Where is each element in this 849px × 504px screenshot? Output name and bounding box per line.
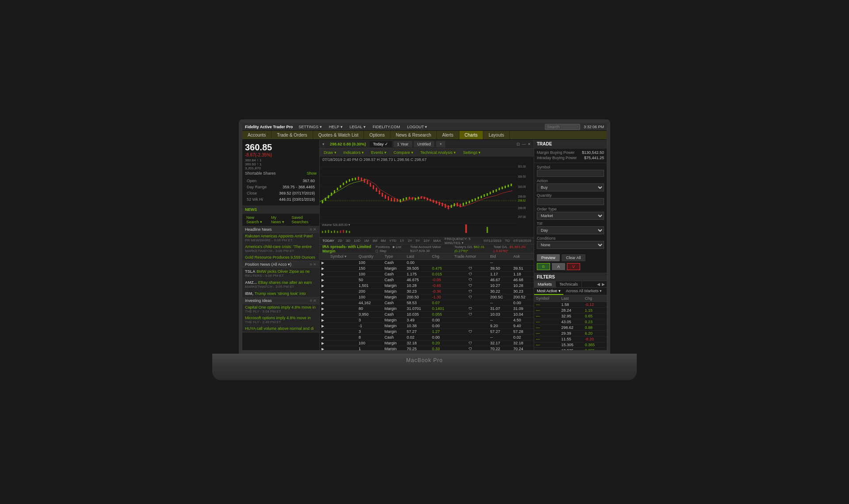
col-ask[interactable]: Ask bbox=[512, 253, 534, 260]
row-expand[interactable]: ▶ bbox=[320, 335, 329, 340]
tf-today[interactable]: TODAY bbox=[322, 239, 334, 243]
col-bid[interactable]: Bid bbox=[489, 253, 512, 260]
chart-close-icon[interactable]: ✕ bbox=[528, 142, 531, 146]
row-expand[interactable]: ▶ bbox=[320, 294, 329, 300]
tf-2y[interactable]: 2Y bbox=[408, 239, 412, 243]
row-expand[interactable]: ▶ bbox=[320, 271, 329, 277]
tf-10y[interactable]: 10Y bbox=[424, 239, 430, 243]
news-item-0[interactable]: Rakuten Americas Appoints Amit Patel PR … bbox=[242, 233, 319, 244]
chart-indicators-btn[interactable]: Indicators ▾ bbox=[342, 150, 366, 155]
chart-tab-today[interactable]: Today ✓ bbox=[370, 141, 392, 147]
row-expand[interactable]: ▶ bbox=[320, 312, 329, 317]
conditions-select[interactable]: None bbox=[537, 241, 604, 249]
tf-5y[interactable]: 5Y bbox=[416, 239, 420, 243]
filters-next-icon[interactable]: ▶ bbox=[602, 282, 605, 286]
row-expand[interactable]: ▶ bbox=[320, 283, 329, 289]
col-last[interactable]: Last bbox=[405, 253, 430, 260]
filter-row-symbol[interactable]: — bbox=[534, 331, 559, 336]
nav-tab-accounts[interactable]: Accounts bbox=[242, 131, 272, 139]
filter-row-symbol[interactable]: — bbox=[534, 319, 559, 325]
investing-item-2[interactable]: HUYA call volume above normal and di bbox=[242, 325, 319, 332]
filter-col-chg[interactable]: Chg bbox=[583, 295, 607, 302]
chart-technical-btn[interactable]: Technical Analysis ▾ bbox=[419, 150, 458, 155]
chart-minimize-icon[interactable]: — bbox=[522, 142, 526, 146]
news-new-search[interactable]: New Search ▾ bbox=[245, 215, 268, 225]
clear-all-button[interactable]: Clear All bbox=[562, 254, 585, 261]
row-expand[interactable]: ▶ bbox=[320, 340, 329, 346]
tf-6m[interactable]: 6M bbox=[381, 239, 386, 243]
filter-col-symbol[interactable]: Symbol bbox=[534, 295, 559, 302]
col-symbol[interactable]: Symbol ▾ bbox=[329, 253, 357, 260]
filter-row-symbol[interactable]: — bbox=[534, 313, 559, 319]
quantity-input[interactable] bbox=[537, 198, 604, 205]
filter-row-symbol[interactable]: — bbox=[534, 308, 559, 313]
nav-tab-news-research[interactable]: News & Research bbox=[390, 131, 437, 139]
row-expand[interactable]: ▶ bbox=[320, 306, 329, 312]
col-type[interactable]: Type bbox=[383, 253, 405, 260]
nav-tab-alerts[interactable]: Alerts bbox=[437, 131, 459, 139]
col-quantity[interactable]: Quantity bbox=[357, 253, 383, 260]
row-expand[interactable]: ▶ bbox=[320, 346, 329, 351]
preview-button[interactable]: Preview bbox=[537, 254, 560, 261]
chart-draw-btn[interactable]: Draw ▾ bbox=[322, 150, 338, 155]
menu-fidelity[interactable]: FIDELITY.COM bbox=[371, 124, 402, 130]
row-expand[interactable]: ▶ bbox=[320, 277, 329, 283]
chart-tab-1year[interactable]: 1 Year bbox=[394, 141, 412, 147]
investing-item-1[interactable]: Microsoft options imply 4.8% move in THE… bbox=[242, 315, 319, 325]
sell-button[interactable]: V bbox=[567, 263, 580, 270]
pos-news-item-1[interactable]: AMZ... EBay shares rise after an earn MA… bbox=[242, 279, 319, 290]
chart-tab-add[interactable]: + bbox=[436, 141, 445, 147]
tf-1m[interactable]: 1M bbox=[364, 239, 369, 243]
tf-3d[interactable]: 3D bbox=[346, 239, 350, 243]
row-expand[interactable]: ▶ bbox=[320, 329, 329, 335]
tf-1y[interactable]: 1Y bbox=[400, 239, 404, 243]
nav-tab-charts[interactable]: Charts bbox=[459, 131, 483, 139]
pos-map-btn[interactable]: ◻ Map bbox=[375, 249, 386, 253]
filter-row-symbol[interactable]: — bbox=[534, 336, 559, 342]
row-expand[interactable]: ▶ bbox=[320, 289, 329, 294]
filter-row-symbol[interactable]: — bbox=[534, 302, 559, 308]
ask-button[interactable]: A bbox=[552, 263, 565, 270]
pos-news-item-2[interactable]: IBM, Trump vows 'strong look' into bbox=[242, 290, 319, 297]
row-expand[interactable]: ▶ bbox=[320, 266, 329, 271]
ordertype-select[interactable]: Market Limit bbox=[537, 212, 604, 220]
pos-list-btn[interactable]: ■ List bbox=[393, 245, 402, 249]
menu-legal[interactable]: LEGAL ▾ bbox=[348, 124, 367, 130]
row-expand[interactable]: ▶ bbox=[320, 300, 329, 306]
tif-select[interactable]: Day bbox=[537, 226, 604, 234]
pos-news-item-0[interactable]: TSLA BMW picks Oliver Zipse as ne REUTER… bbox=[242, 268, 319, 279]
menu-settings[interactable]: SETTINGS ▾ bbox=[297, 124, 323, 130]
filters-prev-icon[interactable]: ◀ bbox=[597, 282, 600, 286]
filter-row-symbol[interactable]: — bbox=[534, 342, 559, 348]
nav-tab-quotes[interactable]: Quotes & Watch List bbox=[313, 131, 364, 139]
chart-expand-icon[interactable]: ⊡ bbox=[516, 142, 520, 146]
tf-3m[interactable]: 3M bbox=[372, 239, 377, 243]
tf-10d[interactable]: 10D bbox=[354, 239, 360, 243]
buy-button[interactable]: B bbox=[537, 263, 550, 270]
filter-col-last[interactable]: Last bbox=[559, 295, 583, 302]
news-saved-searches[interactable]: Saved Searches bbox=[290, 215, 317, 225]
tf-max[interactable]: MAX bbox=[433, 239, 441, 243]
tf-ytd[interactable]: YTD bbox=[389, 239, 396, 243]
investing-item-0[interactable]: Capital One options imply 4.8% move in T… bbox=[242, 304, 319, 315]
tf-2d[interactable]: 2D bbox=[338, 239, 342, 243]
shortable-link[interactable]: Show bbox=[306, 171, 317, 176]
filters-subtab-across-markets[interactable]: Across All Markets ▾ bbox=[563, 288, 605, 295]
filters-tab-markets[interactable]: Markets bbox=[534, 281, 556, 287]
filters-tab-technicals[interactable]: Technicals bbox=[556, 281, 582, 287]
chart-tab-untitled[interactable]: Untitled bbox=[414, 141, 435, 147]
news-item-2[interactable]: Gold Resource Produces 9,559 Ounces bbox=[242, 254, 319, 261]
row-expand[interactable]: ▶ bbox=[320, 323, 329, 329]
nav-tab-trade-orders[interactable]: Trade & Orders bbox=[272, 131, 313, 139]
filters-subtab-most-active[interactable]: Most Active ▾ bbox=[534, 288, 563, 295]
menu-logout[interactable]: LOGOUT ▾ bbox=[406, 124, 428, 130]
chart-compare-btn[interactable]: Compare ▾ bbox=[392, 150, 415, 155]
filter-row-symbol[interactable]: — bbox=[534, 348, 559, 351]
row-expand[interactable]: ▶ bbox=[320, 317, 329, 323]
nav-tab-layouts[interactable]: Layouts bbox=[483, 131, 510, 139]
chart-frequency[interactable]: FREQUENCY: 5 MINUTES ▾ bbox=[444, 237, 480, 245]
search-input[interactable] bbox=[545, 124, 580, 130]
col-trade-armor[interactable]: Trade Armor bbox=[452, 253, 488, 260]
news-item-1[interactable]: America's child-care crisis: 'The entire… bbox=[242, 244, 319, 254]
action-select[interactable]: Buy Sell bbox=[537, 183, 604, 191]
